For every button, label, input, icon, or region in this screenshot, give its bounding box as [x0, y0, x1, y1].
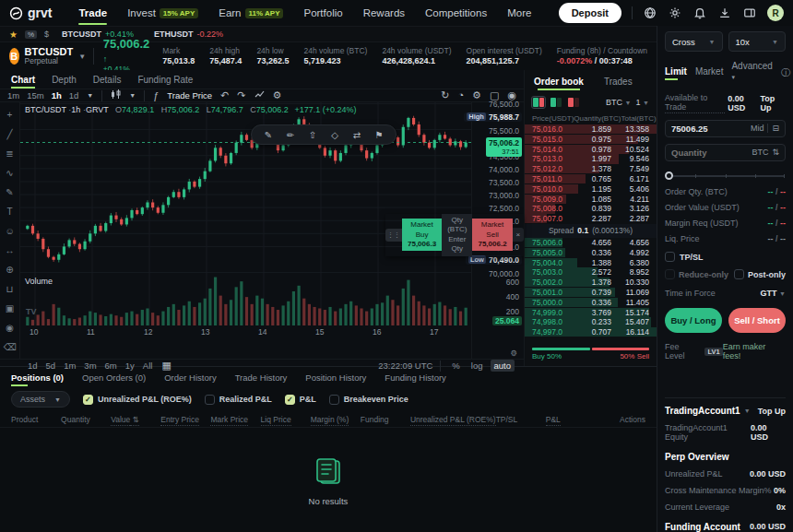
checkbox[interactable] — [205, 395, 215, 405]
margin-mode-select[interactable]: Cross▼ — [665, 31, 723, 52]
order-type-limit[interactable]: Limit — [665, 66, 687, 80]
eye-tool-icon[interactable]: ◉ — [3, 321, 18, 334]
post-only-checkbox[interactable] — [734, 269, 744, 279]
style-chevron-icon[interactable]: ▼ — [129, 92, 136, 99]
tab-order-history[interactable]: Order History — [164, 367, 216, 387]
floating-draw-toolbar[interactable]: ✎✏⇧◇⇄⚑ — [251, 124, 396, 145]
nav-item-more[interactable]: More — [497, 0, 541, 26]
ask-row[interactable]: 75,011.00.7656.171 — [525, 174, 657, 184]
nav-item-portfolio[interactable]: Portfolio — [293, 0, 352, 26]
avatar[interactable]: R — [767, 5, 784, 21]
trendline-tool-icon[interactable]: ╱ — [3, 127, 18, 140]
bid-row[interactable]: 75,005.00.3364.992 — [525, 248, 657, 258]
order-type-advanced[interactable]: Advanced ▾ — [731, 61, 772, 85]
tick-size-select[interactable]: 1 ▼ — [636, 98, 649, 107]
chart-settings-icon[interactable]: ⚙ — [273, 89, 282, 101]
assets-select[interactable]: Assets▼ — [11, 391, 70, 408]
tab-funding-history[interactable]: Funding History — [385, 367, 446, 387]
tab-chart[interactable]: Chart — [11, 70, 35, 89]
buy-long-button[interactable]: Buy / Long — [665, 308, 722, 333]
chart-plot[interactable]: BTC/USDT ·1h ·GRVT O74,829.1 H75,006.2 L… — [20, 102, 471, 359]
tab-position-history[interactable]: Position History — [305, 367, 366, 387]
bid-row[interactable]: 74,999.03.76915.174 — [525, 308, 657, 318]
tab-open-orders-0[interactable]: Open Orders (0) — [82, 367, 146, 387]
marker-icon[interactable]: ✏ — [283, 128, 298, 141]
sell-short-button[interactable]: Sell / Short — [728, 308, 786, 333]
size-slider[interactable] — [666, 171, 785, 179]
interval-more-chevron-icon[interactable]: ▼ — [87, 92, 93, 99]
base-currency-select[interactable]: BTC ▼ — [606, 98, 631, 107]
ask-row[interactable]: 75,014.00.97810.524 — [525, 145, 657, 155]
bid-row[interactable]: 75,002.01.37810.330 — [525, 278, 657, 288]
arrow-up-icon[interactable]: ⇧ — [305, 128, 320, 141]
nav-item-trade[interactable]: Trade — [68, 0, 117, 26]
percent-toggle[interactable]: % — [25, 30, 37, 39]
tab-trades[interactable]: Trades — [604, 70, 633, 92]
tab-funding-rate[interactable]: Funding Rate — [137, 70, 193, 89]
filter-realized-p-l[interactable]: Realized P&L — [205, 395, 272, 405]
nav-item-rewards[interactable]: Rewards — [353, 0, 415, 26]
currency-toggle[interactable]: $ — [44, 30, 49, 39]
replay-icon[interactable]: ◔ — [457, 89, 464, 101]
market-sell-button[interactable]: Market Sell75,006.2 — [472, 219, 512, 251]
filter-breakeven-price[interactable]: Breakeven Price — [329, 395, 408, 405]
bid-row[interactable]: 75,000.00.33611.405 — [525, 298, 657, 308]
interval-15m[interactable]: 15m — [27, 90, 43, 100]
bid-row[interactable]: 74,997.00.70716.114 — [525, 327, 657, 337]
ask-row[interactable]: 75,007.02.2872.287 — [525, 214, 657, 224]
gear-icon[interactable] — [668, 6, 682, 20]
grvt-logo[interactable]: grvt — [9, 6, 52, 20]
crosshair-tool-icon[interactable]: + — [3, 108, 18, 121]
measure-tool-icon[interactable]: ↔ — [3, 243, 18, 256]
pencil-icon[interactable]: ✎ — [261, 128, 276, 141]
nav-item-competitions[interactable]: Competitions — [415, 0, 497, 26]
top-up-link[interactable]: Top Up — [761, 94, 786, 112]
tab-positions-0[interactable]: Positions (0) — [11, 367, 64, 387]
refresh-icon[interactable]: ↻ — [441, 89, 449, 101]
tab-details[interactable]: Details — [93, 70, 122, 89]
mid-button[interactable]: Mid — [751, 124, 764, 133]
redo-icon[interactable]: ↷ — [237, 89, 245, 101]
favorites-star-icon[interactable]: ★ — [9, 30, 18, 40]
ask-row[interactable]: 75,010.01.1955.406 — [525, 184, 657, 195]
swap-icon[interactable]: ⇄ — [349, 128, 364, 141]
settings-icon[interactable]: ⚙ — [472, 89, 481, 101]
flag-icon[interactable]: ⚑ — [372, 128, 386, 141]
tab-order-book[interactable]: Order book — [534, 70, 584, 92]
swap-unit-icon[interactable]: ⇅ — [772, 148, 779, 157]
ask-row[interactable]: 75,008.00.8393.126 — [525, 204, 657, 214]
bid-row[interactable]: 74,998.00.23315.407 — [525, 317, 657, 327]
interval-1h[interactable]: 1h — [52, 90, 62, 100]
download-icon[interactable] — [717, 6, 732, 20]
checkbox[interactable]: ✓ — [83, 395, 93, 405]
deposit-button[interactable]: Deposit — [559, 3, 621, 23]
undo-icon[interactable]: ↶ — [220, 89, 229, 101]
volume-chart[interactable] — [20, 274, 471, 325]
nav-item-earn[interactable]: Earn11% APY — [208, 0, 293, 26]
trash-icon[interactable]: ⌫ — [3, 340, 18, 353]
emoji-tool-icon[interactable]: ☺ — [3, 224, 18, 237]
symbol-selector[interactable]: BTCUSDT Perpetual — [25, 46, 74, 66]
panels-icon[interactable] — [742, 6, 757, 20]
ask-row[interactable]: 75,015.00.97511.499 — [525, 135, 657, 145]
account-top-up-link[interactable]: Top Up — [758, 407, 786, 416]
bid-row[interactable]: 75,001.00.73911.069 — [525, 288, 657, 298]
nav-item-invest[interactable]: Invest15% APY — [117, 0, 208, 26]
widget-qty-field[interactable]: Qty (BTC)Enter Qty — [442, 214, 472, 256]
filter-unrealized-p-l-roe[interactable]: ✓Unrealized P&L (ROE%) — [83, 395, 192, 405]
info-icon[interactable]: ⓘ — [781, 66, 790, 79]
book-mode-bids-icon[interactable] — [550, 97, 562, 108]
bid-row[interactable]: 75,003.02.5728.952 — [525, 267, 657, 278]
filter-p-l[interactable]: ✓P&L — [285, 395, 316, 405]
watch-pair-ethusdt[interactable]: ETHUSDT-0.22% — [154, 30, 223, 39]
leverage-select[interactable]: 10x▼ — [728, 31, 787, 52]
tpsl-checkbox[interactable] — [665, 252, 675, 262]
reduce-only-checkbox[interactable] — [665, 269, 675, 279]
column-value[interactable]: Value ⇅ — [111, 415, 160, 424]
book-mode-both-icon[interactable] — [532, 97, 545, 108]
ask-row[interactable]: 75,009.01.0854.211 — [525, 195, 657, 205]
brush-tool-icon[interactable]: ✎ — [3, 185, 18, 198]
zoom-tool-icon[interactable]: ⊕ — [3, 263, 18, 276]
market-buy-button[interactable]: Market Buy75,006.3 — [402, 219, 442, 251]
account-chevron-icon[interactable]: ▼ — [744, 408, 751, 414]
